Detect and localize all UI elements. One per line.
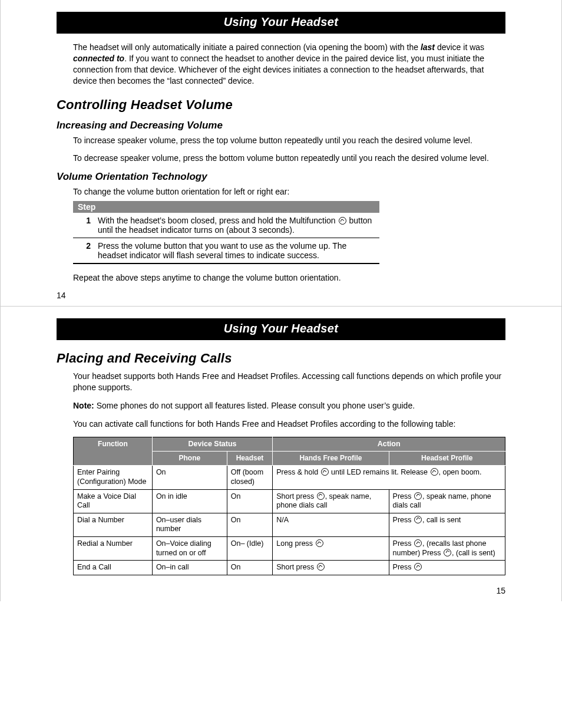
th-hfp: Hands Free Profile (273, 452, 389, 466)
step-text: With the headset’s boom closed, press an… (93, 213, 379, 238)
table-row: End a Call On–in call On Short press Pre… (74, 561, 505, 575)
step-text: Press the volume button that you want to… (93, 238, 379, 264)
cell-hp: Press (389, 561, 505, 575)
table-row: Dial a Number On–user dials number On N/… (74, 513, 505, 536)
page-number: 15 (57, 586, 505, 595)
emphasis-connected: connected to (73, 54, 124, 63)
orientation-step-table: Step 1 With the headset’s boom closed, p… (73, 201, 379, 264)
cell-hf: Short press , speak name, phone dials ca… (273, 489, 389, 513)
intro-paragraph: The headset will only automatically init… (73, 42, 505, 87)
th-headset: Headset (227, 452, 273, 466)
section-banner: Using Your Headset (57, 12, 505, 34)
table-row: Redial a Number On–Voice dialing turned … (74, 537, 505, 561)
text: , call is sent (422, 516, 461, 524)
cell-phone: On (152, 466, 227, 489)
step-number: 2 (73, 238, 93, 264)
calls-note: Note: Some phones do not support all fea… (73, 400, 505, 411)
multifunction-icon (321, 468, 329, 476)
cell-hp: Press , (recalls last phone number) Pres… (389, 537, 505, 561)
cell-phone: On–in call (152, 561, 227, 575)
cell-hf: N/A (273, 513, 389, 536)
multifunction-icon (317, 563, 325, 571)
text: Long press (276, 539, 315, 548)
cell-hf: Long press (273, 537, 389, 561)
cell-phone: On in idle (152, 489, 227, 513)
orientation-intro: To change the volume button orientation … (73, 186, 505, 197)
multifunction-icon (317, 492, 325, 500)
cell-headset: On (227, 561, 273, 575)
step-number: 1 (73, 213, 93, 238)
th-device-status: Device Status (152, 437, 272, 452)
cell-headset: On (227, 489, 273, 513)
cell-phone: On–Voice dialing turned on or off (152, 537, 227, 561)
text: Short press (276, 492, 316, 500)
emphasis-last: last (421, 42, 435, 52)
subheading-incdec: Increasing and Decreasing Volume (57, 120, 505, 131)
page-14: Using Your Headset The headset will only… (1, 0, 561, 306)
text: . If you want to connect the headset to … (73, 54, 484, 85)
orientation-repeat: Repeat the above steps anytime to change… (73, 272, 505, 284)
cell-function: Enter Pairing (Configuration) Mode (74, 466, 153, 489)
cell-headset: On (227, 513, 273, 536)
cell-function: Make a Voice Dial Call (74, 489, 153, 513)
cell-function: End a Call (74, 561, 153, 575)
cell-hf: Short press (273, 561, 389, 575)
text: With the headset’s boom closed, press an… (98, 216, 338, 225)
th-function: Function (74, 437, 153, 466)
calls-table-intro: You can activate call functions for both… (73, 419, 505, 430)
text: Short press (276, 563, 316, 571)
cell-function: Redial a Number (74, 537, 153, 561)
table-row: 2 Press the volume button that you want … (73, 238, 379, 264)
text: , (call is sent) (452, 549, 495, 557)
cell-hp: Press , call is sent (389, 513, 505, 536)
subheading-orientation: Volume Orientation Technology (57, 171, 505, 183)
text: The headset will only automatically init… (73, 42, 421, 52)
note-label: Note: (73, 401, 94, 410)
step-header: Step (73, 201, 379, 213)
note-text: Some phones do not support all features … (94, 401, 415, 410)
cell-action-merged: Press & hold until LED remains lit. Rele… (273, 466, 505, 489)
page-15: Using Your Headset Placing and Receiving… (1, 306, 561, 601)
multifunction-icon (414, 563, 422, 571)
heading-volume: Controlling Headset Volume (57, 97, 505, 113)
text: device it was (435, 42, 484, 52)
decrease-volume-text: To decrease speaker volume, press the bo… (73, 153, 505, 164)
text: , open boom. (439, 468, 482, 476)
text: Press (393, 539, 414, 548)
calls-intro: Your headset supports both Hands Free an… (73, 371, 505, 393)
heading-calls: Placing and Receiving Calls (57, 351, 505, 366)
multifunction-icon (414, 539, 422, 547)
cell-function: Dial a Number (74, 513, 153, 536)
multifunction-icon (431, 468, 438, 476)
cell-headset: On– (Idle) (227, 537, 273, 561)
multifunction-icon (339, 217, 346, 225)
call-functions-table: Function Device Status Action Phone Head… (73, 437, 505, 575)
text: Press (393, 492, 414, 500)
table-row: 1 With the headset’s boom closed, press … (73, 213, 379, 238)
text: until LED remains lit. Release (329, 468, 430, 476)
th-hp: Headset Profile (389, 452, 505, 466)
multifunction-icon (414, 492, 422, 500)
section-banner: Using Your Headset (57, 318, 505, 340)
multifunction-icon (444, 549, 451, 556)
th-action: Action (273, 437, 505, 452)
text: Press & hold (276, 468, 320, 476)
increase-volume-text: To increase speaker volume, press the to… (73, 135, 505, 146)
table-row: Enter Pairing (Configuration) Mode On Of… (74, 466, 505, 489)
page-number: 14 (57, 291, 505, 300)
cell-hp: Press , speak name, phone dials call (389, 489, 505, 513)
multifunction-icon (316, 539, 323, 547)
text: Press (393, 516, 414, 524)
multifunction-icon (414, 516, 422, 523)
text: Press (393, 563, 414, 571)
table-row: Make a Voice Dial Call On in idle On Sho… (74, 489, 505, 513)
cell-headset: Off (boom closed) (227, 466, 273, 489)
cell-phone: On–user dials number (152, 513, 227, 536)
th-phone: Phone (152, 452, 227, 466)
